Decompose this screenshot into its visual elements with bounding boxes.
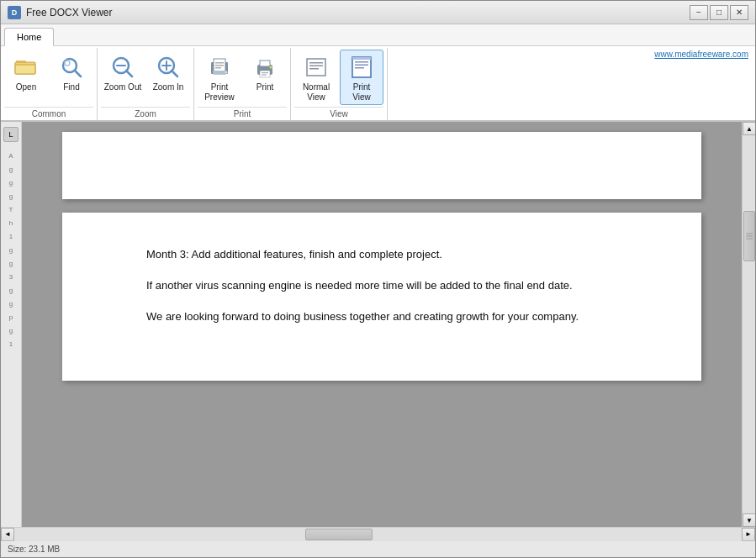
scroll-down-button[interactable]: ▼ <box>743 513 755 527</box>
scroll-right-button[interactable]: ► <box>742 528 755 541</box>
maximize-button[interactable]: □ <box>710 5 728 20</box>
find-icon <box>58 54 85 81</box>
ruler-num: h <box>9 216 13 229</box>
title-bar: D Free DOCX Viewer − □ ✕ <box>1 1 755 24</box>
h-scroll-track[interactable] <box>14 528 742 541</box>
ruler-num: T <box>9 203 13 216</box>
content-area: L A g g g T h 1 g g 3 g g p g <box>1 122 755 527</box>
svg-rect-15 <box>215 62 224 64</box>
print-icon <box>251 54 278 81</box>
size-value: 23.1 MB <box>29 545 60 554</box>
ribbon-tabs: Home <box>1 24 755 46</box>
find-label: Find <box>63 82 79 92</box>
ruler-toggle-label: L <box>8 130 13 139</box>
right-scrollbar: ▲ ▼ <box>742 122 755 527</box>
tab-home[interactable]: Home <box>4 28 54 46</box>
window-title: Free DOCX Viewer <box>26 7 112 18</box>
open-label: Open <box>16 82 36 92</box>
app-window: D Free DOCX Viewer − □ ✕ Home www.mediaf… <box>0 0 756 558</box>
ruler-num: p <box>9 310 13 324</box>
status-size: Size: 23.1 MB <box>8 545 60 554</box>
print-view-label: Print View <box>352 82 371 103</box>
print-view-icon <box>348 54 375 81</box>
svg-rect-27 <box>309 62 323 64</box>
svg-rect-33 <box>355 67 364 69</box>
h-scroll-thumb[interactable] <box>305 529 373 540</box>
normal-view-label: Normal View <box>303 82 330 103</box>
svg-line-7 <box>126 71 132 76</box>
scrollbar-grip <box>746 234 753 240</box>
print-preview-button[interactable]: Print Preview <box>198 50 241 105</box>
document-scroll-area[interactable]: Month 3: Add additional features, finish… <box>22 122 742 527</box>
ruler-num: g <box>9 176 13 189</box>
left-sidebar: L A g g g T h 1 g g 3 g g p g <box>1 122 22 527</box>
svg-point-19 <box>225 71 228 74</box>
ribbon: www.mediafreeware.com Open <box>1 46 755 122</box>
scrollbar-track[interactable] <box>743 135 755 513</box>
ruler-num: g <box>9 324 13 337</box>
common-group-label: Common <box>4 107 93 120</box>
ruler-num: g <box>9 162 13 176</box>
open-button[interactable]: Open <box>4 50 48 100</box>
ruler-toggle-button[interactable]: L <box>3 127 19 142</box>
svg-rect-28 <box>309 66 323 67</box>
svg-rect-16 <box>215 65 224 66</box>
svg-rect-26 <box>307 59 325 76</box>
ribbon-group-view: Normal View Print View <box>291 48 388 120</box>
left-ruler: A g g g T h 1 g g 3 g g p g 1 <box>1 145 21 527</box>
zoom-out-button[interactable]: Zoom Out <box>101 50 145 100</box>
doc-container: Month 3: Add additional features, finish… <box>22 122 742 527</box>
svg-rect-23 <box>262 72 268 73</box>
size-label: Size: <box>8 545 26 554</box>
ribbon-group-print-content: Print Preview Print <box>198 50 287 105</box>
view-group-label: View <box>294 107 383 120</box>
zoom-in-icon <box>155 54 182 81</box>
close-button[interactable]: ✕ <box>730 5 748 20</box>
svg-point-5 <box>65 61 70 66</box>
print-view-button[interactable]: Print View <box>340 50 383 105</box>
title-bar-left: D Free DOCX Viewer <box>8 6 112 19</box>
ruler-num: 1 <box>9 337 13 350</box>
ruler-num: g <box>9 256 13 270</box>
find-button[interactable]: Find <box>50 50 93 100</box>
scrollbar-thumb[interactable] <box>743 211 755 261</box>
ribbon-group-zoom-content: Zoom Out Zoom In <box>101 50 190 105</box>
app-icon: D <box>8 6 21 19</box>
doc-page-main: Month 3: Add additional features, finish… <box>62 213 701 381</box>
ribbon-group-view-content: Normal View Print View <box>294 50 383 105</box>
print-button[interactable]: Print <box>243 50 287 100</box>
paragraph-3: We are looking forward to doing business… <box>146 308 634 326</box>
svg-line-4 <box>75 71 81 76</box>
ribbon-group-zoom: Zoom Out Zoom In Zoom <box>98 48 194 120</box>
normal-view-button[interactable]: Normal View <box>294 50 338 105</box>
svg-point-25 <box>270 66 272 69</box>
print-label: Print <box>256 82 274 92</box>
zoom-in-button[interactable]: Zoom In <box>146 50 190 100</box>
svg-line-10 <box>172 71 177 76</box>
scroll-up-button[interactable]: ▲ <box>743 122 755 135</box>
ruler-numbers: A g g g T h 1 g g 3 g g p g 1 <box>1 145 21 350</box>
title-bar-controls: − □ ✕ <box>690 5 748 20</box>
status-bar: Size: 23.1 MB <box>1 540 755 557</box>
svg-rect-21 <box>260 61 270 66</box>
paragraph-1: Month 3: Add additional features, finish… <box>146 246 634 264</box>
zoom-in-label: Zoom In <box>153 82 184 92</box>
website-link[interactable]: www.mediafreeware.com <box>654 50 748 59</box>
open-icon <box>13 54 40 81</box>
ruler-num: 3 <box>9 270 13 283</box>
svg-rect-31 <box>355 61 368 63</box>
ruler-num: g <box>9 283 13 297</box>
horizontal-scrollbar: ◄ ► <box>1 527 755 540</box>
minimize-button[interactable]: − <box>690 5 708 20</box>
svg-rect-18 <box>213 71 226 74</box>
zoom-out-label: Zoom Out <box>104 82 141 92</box>
scroll-left-button[interactable]: ◄ <box>1 528 14 541</box>
ruler-num: g <box>9 189 13 203</box>
zoom-group-label: Zoom <box>101 107 190 120</box>
normal-view-icon <box>303 54 330 81</box>
ruler-num: g <box>9 297 13 310</box>
ruler-num: g <box>9 243 13 256</box>
ribbon-group-common-content: Open Find <box>4 50 93 105</box>
ribbon-group-common: Open Find Common <box>1 48 98 120</box>
svg-rect-24 <box>262 75 267 76</box>
